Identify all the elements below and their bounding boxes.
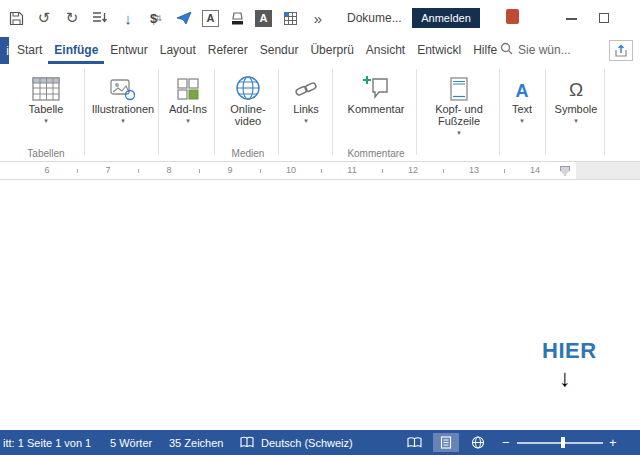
- kommentar-label: Kommentar: [348, 103, 405, 115]
- page-indicator[interactable]: Seite 1 von 1: [27, 430, 91, 455]
- illustrationen-button[interactable]: Illustrationen ▾: [88, 69, 158, 124]
- toolbar-badge-icon[interactable]: [506, 9, 519, 24]
- group-divider: [604, 69, 605, 155]
- omega-icon: Ω: [569, 79, 583, 101]
- tab-hilfe[interactable]: Hilfe: [467, 36, 503, 64]
- chevron-down-icon: ▾: [304, 117, 308, 124]
- undo-button[interactable]: ↺: [34, 8, 54, 28]
- group-divider: [545, 69, 546, 155]
- ribbon-group-kommentare: Kommentar Kommentare: [336, 64, 416, 160]
- redo-button[interactable]: ↻: [62, 8, 82, 28]
- character-count[interactable]: 35 Zeichen: [169, 430, 223, 455]
- ribbon-group-links: Links ▾: [282, 64, 330, 160]
- ribbon-group-text: A Text ▾: [501, 64, 543, 160]
- links-button[interactable]: Links ▾: [282, 69, 330, 124]
- chevron-down-icon: ▾: [44, 117, 48, 124]
- read-mode-button[interactable]: [401, 433, 427, 452]
- group-divider: [499, 69, 500, 155]
- zoom-slider-track[interactable]: [517, 442, 603, 444]
- zoom-out-button[interactable]: −: [502, 430, 510, 455]
- links-label: Links: [293, 103, 319, 115]
- chevron-down-icon: ▾: [574, 117, 578, 124]
- tab-ueberpruefen[interactable]: Überprü: [304, 36, 359, 64]
- ruler-margin-zone: [576, 162, 640, 179]
- ruler-tick: [382, 169, 383, 173]
- ribbon-tab-bar: i Start Einfüge Entwur Layout Referer Se…: [0, 36, 640, 64]
- ruler-tick: [77, 169, 78, 173]
- language-indicator[interactable]: Deutsch (Schweiz): [261, 430, 353, 455]
- ruler-tick: [321, 169, 322, 173]
- group-divider: [84, 69, 85, 155]
- character-border-button[interactable]: A: [202, 10, 219, 27]
- tab-ansicht[interactable]: Ansicht: [360, 36, 411, 64]
- tab-start[interactable]: Start: [11, 36, 48, 64]
- document-page[interactable]: HIER ↓: [0, 180, 640, 430]
- tab-referenzen[interactable]: Referer: [202, 36, 254, 64]
- tabelle-label: Tabelle: [29, 103, 64, 115]
- ribbon-group-medien: Online-video Medien: [218, 64, 278, 160]
- more-commands-button[interactable]: »: [308, 8, 328, 28]
- text-button[interactable]: A Text ▾: [501, 69, 543, 124]
- right-indent-marker[interactable]: [560, 166, 570, 176]
- tab-layout[interactable]: Layout: [154, 36, 202, 64]
- group-divider: [214, 69, 215, 155]
- tab-sendungen[interactable]: Sendur: [254, 36, 305, 64]
- table-icon: [32, 69, 60, 101]
- symbole-label: Symbole: [555, 103, 598, 115]
- tell-me-search[interactable]: Sie wün...: [500, 36, 571, 64]
- ruler-tick: [443, 169, 444, 173]
- tab-entwurf[interactable]: Entwur: [104, 36, 153, 64]
- kommentar-button[interactable]: Kommentar: [336, 69, 416, 115]
- down-arrow-button[interactable]: ↓: [118, 8, 138, 28]
- ruler-number: 10: [284, 165, 298, 175]
- ribbon-group-tabellen: Tabelle ▾ Tabellen: [14, 64, 78, 160]
- hier-text: HIER: [542, 338, 597, 364]
- ruler-number: 8: [162, 165, 176, 175]
- zoom-slider-handle[interactable]: [561, 437, 565, 448]
- section-indicator[interactable]: itt: 1: [3, 430, 24, 455]
- share-icon[interactable]: [609, 40, 633, 61]
- proofing-icon[interactable]: [240, 430, 254, 455]
- sort-lines-icon[interactable]: [90, 8, 110, 28]
- tabelle-button[interactable]: Tabelle ▾: [14, 69, 78, 124]
- onlinevideo-button[interactable]: Online-video: [218, 69, 278, 127]
- signin-button[interactable]: Anmelden: [412, 8, 480, 28]
- tab-einfuegen[interactable]: Einfüge: [48, 36, 104, 64]
- zoom-in-button[interactable]: +: [609, 430, 617, 455]
- document-title: Dokume...: [347, 11, 402, 25]
- tab-datei-fragment[interactable]: i: [0, 37, 9, 64]
- save-button[interactable]: [6, 8, 26, 28]
- addins-label: Add-Ins: [169, 103, 207, 115]
- web-layout-button[interactable]: [465, 433, 491, 452]
- ribbon: Tabelle ▾ Tabellen Illustrationen ▾ Add-…: [0, 64, 640, 162]
- text-icon: A: [516, 81, 529, 101]
- ribbon-group-addins: Add-Ins ▾: [162, 64, 214, 160]
- down-arrow-glyph: ↓: [559, 364, 571, 392]
- ruler-number: 11: [345, 165, 359, 175]
- group-divider: [158, 69, 159, 155]
- tab-entwicklertools[interactable]: Entwickl: [411, 36, 467, 64]
- illustrations-icon: [110, 69, 136, 101]
- maximize-button[interactable]: [599, 13, 609, 23]
- group-label-tabellen: Tabellen: [14, 148, 78, 159]
- onlinevideo-label: Online-video: [218, 103, 278, 127]
- character-shading-button[interactable]: A: [255, 10, 272, 27]
- ruler-number: 12: [406, 165, 420, 175]
- chevron-down-icon: ▾: [121, 117, 125, 124]
- paste-table-icon[interactable]: [280, 8, 300, 28]
- chevron-down-icon: ▾: [186, 117, 190, 124]
- ink-bottle-icon[interactable]: [227, 8, 247, 28]
- symbole-button[interactable]: Ω Symbole ▾: [548, 69, 604, 124]
- ruler-number: 13: [467, 165, 481, 175]
- currency-format-button[interactable]: $⇅: [146, 8, 166, 28]
- ruler-tick: [504, 169, 505, 173]
- minimize-button[interactable]: [566, 18, 577, 20]
- word-count[interactable]: 5 Wörter: [110, 430, 152, 455]
- ruler-number: 9: [223, 165, 237, 175]
- print-layout-button[interactable]: [433, 433, 459, 452]
- paper-plane-icon[interactable]: [174, 8, 194, 28]
- ribbon-group-symbole: Ω Symbole ▾: [548, 64, 604, 160]
- kopf-fusszeile-button[interactable]: Kopf- und Fußzeile ▾: [420, 69, 498, 136]
- ruler-tick: [138, 169, 139, 173]
- addins-button[interactable]: Add-Ins ▾: [162, 69, 214, 124]
